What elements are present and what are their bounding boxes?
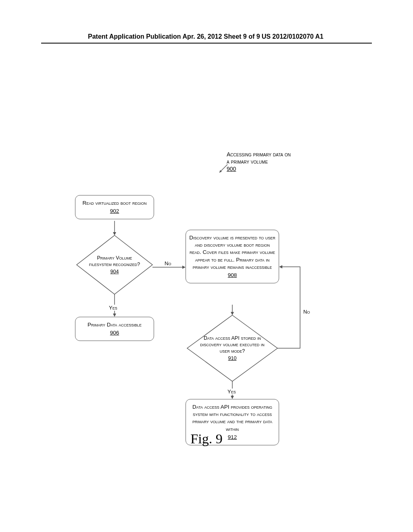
title-leader xyxy=(218,164,228,174)
svg-marker-6 xyxy=(113,314,116,317)
title-line2: a primary volume xyxy=(227,158,291,165)
arrow-902-904 xyxy=(113,221,116,235)
flowchart: Accessing primary data on a primary volu… xyxy=(0,69,413,431)
diagram-title: Accessing primary data on a primary volu… xyxy=(227,151,291,173)
svg-marker-13 xyxy=(231,396,234,399)
decision-910-ref: 910 xyxy=(197,355,268,362)
step-906-ref: 906 xyxy=(79,329,150,337)
step-908-ref: 908 xyxy=(189,272,275,279)
svg-marker-8 xyxy=(182,266,186,269)
figure-caption: Fig. 9 xyxy=(0,431,413,447)
decision-910-text: Data access API stored in discovery volu… xyxy=(197,335,268,355)
step-902-ref: 902 xyxy=(79,208,150,215)
arrow-908-910 xyxy=(231,305,234,315)
step-902-text: Read virtualized boot region xyxy=(79,200,150,207)
arrow-910-no-loop xyxy=(277,262,306,351)
hdr-mid: Apr. 26, 2012 Sheet 9 of 9 xyxy=(183,33,260,40)
step-902: Read virtualized boot region 902 xyxy=(75,195,154,219)
decision-904-text: Primary Volume filesystem recognized? xyxy=(86,255,143,268)
label-yes-904: Yes xyxy=(108,305,118,311)
step-908-text: Discovery volume is presented to user an… xyxy=(189,234,275,271)
step-908: Discovery volume is presented to user an… xyxy=(186,230,279,283)
decision-910: Data access API stored in discovery volu… xyxy=(186,314,278,382)
title-line1: Accessing primary data on xyxy=(227,151,291,158)
step-906-text: Primary Data accessible xyxy=(79,321,150,328)
step-906: Primary Data accessible 906 xyxy=(75,317,154,341)
svg-marker-14 xyxy=(279,265,282,268)
page-header: Patent Application Publication Apr. 26, … xyxy=(41,33,372,44)
label-yes-910: Yes xyxy=(227,389,237,395)
label-no-910: No xyxy=(302,309,311,315)
hdr-left: Patent Application Publication xyxy=(88,33,181,40)
decision-904: Primary Volume filesystem recognized? 90… xyxy=(76,235,153,295)
step-912-text: Data access API provides operating syste… xyxy=(189,403,275,433)
decision-904-ref: 904 xyxy=(86,268,143,275)
label-no-904: No xyxy=(164,260,172,266)
hdr-right: US 2012/0102070 A1 xyxy=(262,33,323,40)
title-ref: 900 xyxy=(227,165,291,172)
